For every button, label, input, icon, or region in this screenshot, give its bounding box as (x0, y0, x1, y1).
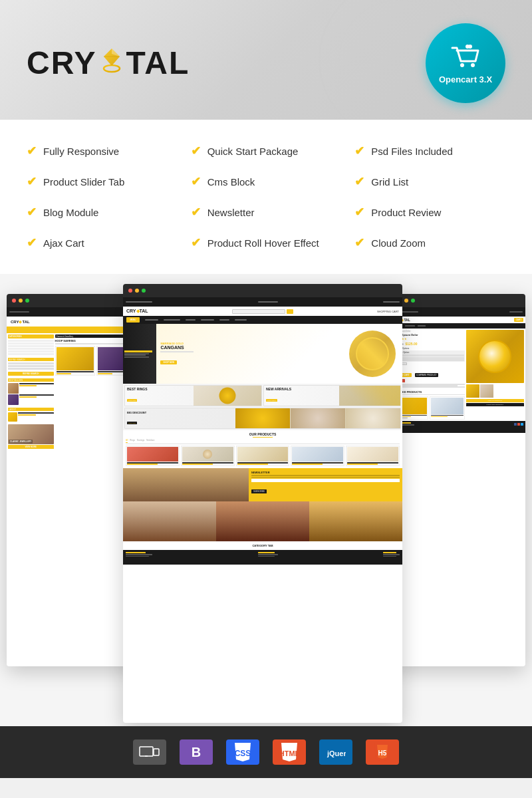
product-detail-content: Lorem Ipsum Dolor Lorem Ipsum Dolor ★★★★… (392, 329, 525, 421)
right-nav (392, 323, 525, 329)
nav-bar-center: MENU (123, 316, 402, 324)
feature-slider-tab: ✔ Product Slider Tab (27, 170, 178, 193)
svg-text:HTML: HTML (281, 749, 297, 757)
check-icon: ✔ (191, 205, 201, 219)
store-top-bar-right (392, 307, 525, 317)
css3-icon: CSS (226, 739, 259, 765)
feature-label: Product Roll Hover Effect (207, 237, 319, 249)
store-footer-center (123, 550, 402, 565)
feature-psd: ✔ Psd Files Included (354, 140, 505, 162)
tech-bar: B CSS HTML jQuery H5 (0, 726, 532, 778)
check-icon: ✔ (27, 205, 37, 219)
check-icon: ✔ (191, 235, 201, 250)
badge-text: Opencart 3.X (439, 74, 492, 84)
bootstrap-icon: B (180, 739, 213, 765)
category-tab-label: CATEGORY TAB (123, 541, 402, 550)
promo-banners: BEST RINGS SHOP NOW NEW ARRIVALS SHOP NO… (123, 384, 402, 430)
browser-bar-right (392, 294, 525, 307)
feature-product-review: ✔ Product Review (354, 201, 505, 223)
store-nav (7, 327, 140, 333)
browser-bar-left (7, 294, 140, 307)
feature-label: Product Review (371, 207, 441, 218)
jquery-icon: jQuery (319, 739, 352, 765)
check-icon: ✔ (354, 235, 364, 250)
check-icon: ✔ (191, 174, 201, 189)
mockup-right: CRY◆TAL CART Lorem Ipsum Dolor Lorem Ips… (392, 294, 525, 666)
opencart-badge: Opencart 3.X (426, 23, 505, 103)
close-dot (12, 299, 16, 303)
models-row (123, 501, 402, 541)
right-store-footer (392, 421, 525, 433)
html5-b-icon: H5 (366, 739, 399, 765)
center-browser-content: CRY◆TAL SHOPPING CART MENU (123, 297, 402, 723)
feature-quick-start: ✔ Quick Start Package (191, 140, 342, 162)
feature-label: Product Slider Tab (43, 176, 124, 188)
logo-diamond-icon (98, 46, 125, 81)
feature-label: Grid List (371, 176, 408, 188)
newsletter-models: NEWSLETTER SUBSCRIBE (123, 468, 402, 501)
svg-text:H5: H5 (378, 749, 387, 757)
left-sidebar: CATEGORIES REFINE SEARCH (8, 334, 54, 664)
svg-text:jQuery: jQuery (327, 749, 346, 757)
related-products-section: RELATED PRODUCTS (394, 390, 465, 420)
max-dot (411, 299, 415, 303)
feature-newsletter: ✔ Newsletter (191, 201, 342, 223)
feature-label: Ajax Cart (43, 237, 84, 249)
logo-tal: TAL (126, 47, 190, 79)
mockup-left: CRY◆TAL CATEGORIES REFINE SEARCH (7, 294, 140, 666)
close-dot (128, 289, 132, 293)
store-top-bar-center (123, 297, 402, 307)
preview-section: CRY◆TAL CATEGORIES REFINE SEARCH (0, 274, 532, 726)
svg-point-0 (104, 65, 120, 72)
our-products-title: OUR PRODUCTS (126, 432, 400, 436)
feature-label: Blog Module (43, 207, 98, 218)
feature-label: Quick Start Package (207, 146, 299, 157)
svg-point-5 (471, 63, 475, 67)
feature-blog-module: ✔ Blog Module (27, 201, 178, 223)
svg-point-4 (460, 63, 464, 67)
check-icon: ✔ (354, 144, 364, 158)
mockup-center: CRY◆TAL SHOPPING CART MENU (123, 284, 402, 723)
logo: CRY TAL (27, 46, 190, 81)
store-top-bar (7, 307, 140, 317)
feature-label: Newsletter (207, 207, 255, 218)
feature-grid-list: ✔ Grid List (354, 170, 505, 193)
check-icon: ✔ (191, 144, 201, 158)
check-icon: ✔ (354, 174, 364, 189)
features-section: ✔ Fully Responsive ✔ Quick Start Package… (0, 120, 532, 274)
responsive-icon (133, 739, 166, 765)
our-products-section: OUR PRODUCTS All Rings Earrings Necklace (123, 430, 402, 468)
feature-cloud-zoom: ✔ Cloud Zoom (354, 231, 505, 254)
min-dot (404, 299, 408, 303)
browser-bar-center (123, 284, 402, 297)
right-logo-row: CRY◆TAL CART (392, 317, 525, 323)
left-browser-content: CRY◆TAL CATEGORIES REFINE SEARCH (7, 307, 140, 666)
logo-search-row: CRY◆TAL SHOPPING CART (123, 307, 402, 316)
logo-area: CRY TAL (27, 46, 190, 81)
svg-rect-8 (140, 747, 153, 756)
feature-roll-hover: ✔ Product Roll Hover Effect (191, 231, 342, 254)
check-icon: ✔ (27, 174, 37, 189)
check-icon: ✔ (27, 144, 37, 158)
feature-label: Cms Block (207, 176, 255, 188)
store-logo-row: CRY◆TAL (7, 317, 140, 327)
right-browser-content: CRY◆TAL CART Lorem Ipsum Dolor Lorem Ips… (392, 307, 525, 666)
feature-ajax-cart: ✔ Ajax Cart (27, 231, 178, 254)
html5-icon: HTML (273, 739, 306, 765)
feature-label: Cloud Zoom (371, 237, 426, 249)
cart-icon (449, 43, 482, 72)
mini-logo: CRY◆TAL (11, 319, 30, 324)
max-dot (25, 299, 29, 303)
logo-cry: CRY (27, 47, 97, 79)
feature-label: Fully Responsive (43, 146, 119, 157)
svg-point-7 (468, 45, 472, 49)
feature-label: Psd Files Included (371, 146, 453, 157)
min-dot (19, 299, 23, 303)
min-dot (135, 289, 139, 293)
svg-text:CSS: CSS (235, 749, 251, 758)
svg-rect-9 (154, 749, 159, 755)
feature-fully-responsive: ✔ Fully Responsive (27, 140, 178, 162)
check-icon: ✔ (27, 235, 37, 250)
hero-banner-center: MARRIAGE GOLD CANGANS SHOP NOW (123, 324, 402, 384)
header-section: CRY TAL (0, 0, 532, 120)
